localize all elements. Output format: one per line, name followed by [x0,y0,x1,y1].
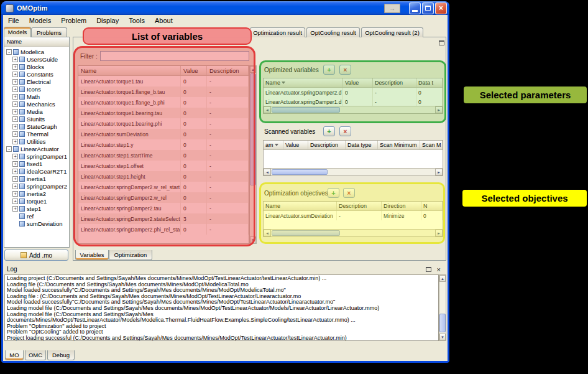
menu-tools[interactable]: Tools [124,16,150,26]
column-header-datatype[interactable]: Data t [416,78,443,87]
close-button[interactable]: × [435,2,447,14]
minimize-button[interactable] [409,2,421,14]
tab-optimization-result[interactable]: Optimization result [250,27,305,37]
column-header-description[interactable]: Description [337,202,382,210]
expand-icon[interactable]: + [12,72,18,77]
scroll-thumb[interactable] [272,107,340,113]
column-header-value[interactable]: Value [343,78,373,87]
expand-icon[interactable]: + [12,64,18,70]
tree-column-header[interactable]: Name [4,37,69,47]
tree-item[interactable]: +Icons [4,85,69,93]
tree-item-modelica[interactable]: -Modelica [4,48,69,55]
tree-item[interactable]: +springDamper2 [4,182,69,190]
variables-table[interactable]: Name Value Description LinearActuator.to… [78,65,249,244]
menu-models[interactable]: Models [24,16,56,26]
expand-icon[interactable]: + [12,109,18,115]
expand-icon[interactable]: + [12,169,18,174]
tree-item[interactable]: +Thermal [4,130,69,138]
tree-item[interactable]: +step1 [4,205,69,212]
table-row[interactable]: LinearActuator.springDamper2.stateSelect… [78,213,249,224]
remove-optimized-variable-button[interactable]: × [339,65,351,75]
expand-icon[interactable]: + [12,199,18,204]
table-row[interactable]: LinearActuator.step1.height0- [78,171,249,182]
menu-file[interactable]: File [3,16,24,26]
expand-icon[interactable]: + [12,94,18,100]
menu-display[interactable]: Display [91,16,124,26]
scroll-thumb[interactable] [250,73,256,185]
expand-icon[interactable]: + [12,154,18,159]
expand-icon[interactable]: + [12,161,18,167]
table-row[interactable]: LinearActuator.torque1.flange_b.tau0- [78,86,249,97]
scroll-up-icon[interactable]: ▲ [439,275,446,282]
table-row[interactable]: LinearActuator.torque1.bearing.phi0- [78,118,249,129]
horizontal-scrollbar[interactable]: ◄ ► [264,229,443,236]
expand-icon[interactable]: + [12,191,18,197]
column-header-description[interactable]: Description [373,78,416,87]
remove-objective-button[interactable]: × [343,188,355,198]
column-header-description[interactable]: Description [308,141,346,149]
tree-item[interactable]: +SIunits [4,115,69,123]
expand-icon[interactable]: + [12,86,18,92]
tree-item[interactable]: +Utilities [4,138,69,145]
table-row[interactable]: LinearActuator.torque1.tau0- [78,76,249,86]
scroll-thumb[interactable] [272,230,340,236]
scroll-thumb[interactable] [439,314,446,332]
table-row[interactable]: LinearActuator.springDamper2.tau0- [78,203,249,213]
tab-optcooling-result-2[interactable]: OptCooling result (2) [361,27,423,37]
column-header-value[interactable]: Value [283,141,308,149]
expand-icon[interactable]: + [12,124,18,129]
tree-item[interactable]: +inertia2 [4,190,69,197]
tab-models[interactable]: Models [4,27,31,37]
table-row[interactable]: LinearActuator.step1.startTime0- [78,150,249,161]
vertical-scrollbar[interactable]: ▲ ▼ [249,65,257,244]
table-row[interactable]: LinearActuator.springDamper2.phi_rel_sta… [78,224,249,235]
column-header-name[interactable]: Name [264,202,337,210]
column-header-direction[interactable]: Direction [382,202,421,210]
vertical-scrollbar[interactable]: ▲ ▼ [439,274,446,341]
tree-item[interactable]: +Mechanics [4,100,69,108]
tree-item[interactable]: +torque1 [4,197,69,205]
add-optimized-variable-button[interactable]: + [323,65,335,75]
scroll-right-icon[interactable]: ► [435,169,443,175]
expand-icon[interactable]: + [12,139,18,144]
table-row[interactable]: LinearActuator.step1.offset0- [78,161,249,171]
scroll-right-icon[interactable]: ► [435,106,443,113]
tree-item[interactable]: +UsersGuide [4,55,69,63]
scroll-right-icon[interactable]: ► [435,230,443,236]
horizontal-scrollbar[interactable]: ◄ ► [264,168,443,175]
table-row[interactable]: LinearActuator.sumDeviation0- [78,129,249,139]
scroll-up-icon[interactable]: ▲ [250,66,256,73]
tab-omc[interactable]: OMC [25,350,46,360]
tree-item-linearactuator[interactable]: -LinearActuator [4,145,69,152]
tree-item[interactable]: ref [4,212,69,220]
tab-mo[interactable]: MO [5,350,24,360]
tree-item[interactable]: +Math [4,93,69,100]
add-scanned-variable-button[interactable]: + [323,126,335,136]
title-bar[interactable]: OMOptim → × [1,1,449,15]
tree-item[interactable]: sumDeviation [4,220,69,227]
tree-item[interactable]: +Blocks [4,63,69,70]
scroll-left-icon[interactable]: ◄ [264,169,271,175]
table-row[interactable]: LinearActuator.torque1.bearing.tau0- [78,108,249,118]
expand-icon[interactable]: + [12,57,18,62]
table-row[interactable]: LinearActuator.torque1.flange_b.phi0- [78,97,249,108]
table-row[interactable]: LinearActuator.sumDeviation-Minimize0 [264,211,443,220]
expand-icon[interactable]: + [12,184,18,189]
tab-debug[interactable]: Debug [47,350,75,360]
table-row[interactable]: LinearActuator.springDamper2.d0-0 [264,88,443,97]
add-objective-button[interactable]: + [328,188,339,198]
scroll-down-icon[interactable]: ▼ [439,334,446,340]
scroll-left-icon[interactable]: ◄ [264,230,271,236]
scanned-variables-table[interactable]: am Value Description Data type Scan Mini… [263,140,443,176]
expand-icon[interactable]: + [12,101,18,107]
tree-item[interactable]: +inertia1 [4,175,69,182]
column-header-name[interactable]: Name [78,66,181,75]
column-header-n[interactable]: N [421,202,443,210]
table-row[interactable]: LinearActuator.springDamper2.w_rel_start… [78,182,249,192]
maximize-button[interactable] [422,2,434,14]
column-header-datatype[interactable]: Data type [346,141,378,149]
float-panel-icon[interactable] [426,267,431,272]
close-panel-icon[interactable]: × [437,266,441,273]
column-header-description[interactable]: Description [207,66,249,75]
expand-icon[interactable]: + [12,206,18,212]
